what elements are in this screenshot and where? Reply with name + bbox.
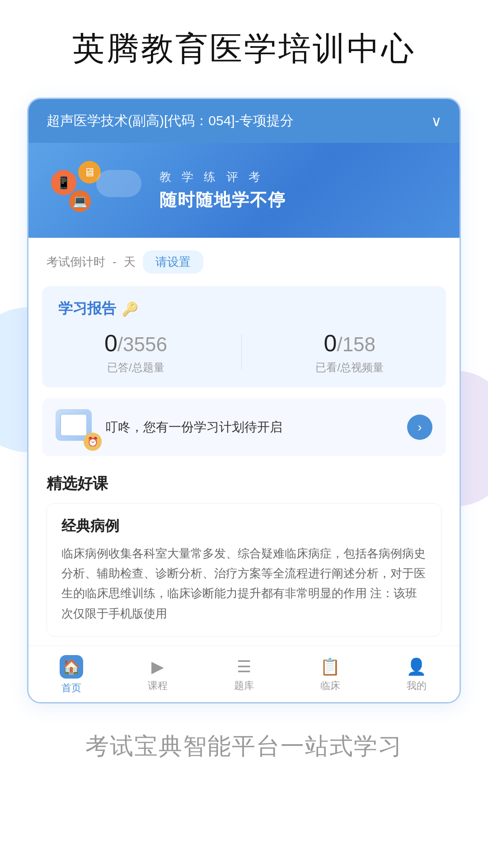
key-icon: 🔑	[122, 301, 138, 317]
courses-section-title: 精选好课	[47, 473, 441, 494]
promo-banner: 📱 🖥 💻 教 学 练 评 考 随时随地学不停	[28, 143, 460, 238]
app-frame: 超声医学技术(副高)[代码：054]-专项提分 ∨ 📱 🖥 💻 教 学 练 评 …	[27, 98, 461, 703]
banner-icon-laptop: 💻	[69, 190, 91, 212]
videos-stat-number: 0/158	[324, 330, 375, 357]
questions-stat-label: 已答/总题量	[107, 360, 164, 375]
countdown-unit: 天	[124, 254, 136, 270]
home-icon: 🏠	[60, 655, 83, 679]
main-title: 英腾教育医学培训中心	[72, 27, 416, 71]
my-icon: 👤	[406, 657, 427, 676]
questions-stat-number: 0/3556	[104, 330, 167, 357]
question-bank-icon: ☰	[237, 657, 251, 676]
study-report-title: 学习报告 🔑	[58, 299, 430, 319]
nav-item-clinical[interactable]: 📋 临床	[303, 657, 357, 693]
nav-label-home: 首页	[61, 681, 81, 695]
nav-item-my[interactable]: 👤 我的	[389, 657, 444, 693]
clinical-icon: 📋	[320, 657, 340, 676]
plan-arrow-button[interactable]: ›	[407, 415, 432, 440]
study-report-card: 学习报告 🔑 0/3556 已答/总题量 0/158	[42, 286, 446, 387]
nav-label-courses: 课程	[148, 679, 168, 693]
countdown-dash: -	[113, 255, 117, 269]
banner-title: 随时随地学不停	[160, 189, 437, 212]
plan-notification-card[interactable]: ⏰ 叮咚，您有一份学习计划待开启 ›	[42, 398, 446, 456]
banner-icon-tablet: 📱	[51, 170, 76, 195]
questions-stat: 0/3556 已答/总题量	[104, 330, 167, 375]
course-card-description: 临床病例收集各科室大量常多发、综合疑难临床病症，包括各病例病史分析、辅助检查、诊…	[61, 543, 427, 623]
courses-icon: ▶	[151, 657, 164, 676]
nav-item-courses[interactable]: ▶ 课程	[131, 657, 185, 693]
nav-label-clinical: 临床	[320, 679, 340, 693]
videos-stat: 0/158 已看/总视频量	[315, 330, 384, 375]
banner-text-area: 教 学 练 评 考 随时随地学不停	[150, 169, 437, 212]
set-countdown-button[interactable]: 请设置	[143, 250, 203, 274]
bottom-navigation: 🏠 首页 ▶ 课程 ☰ 题库 📋 临床 👤 我的	[28, 646, 460, 702]
plan-notification-text: 叮咚，您有一份学习计划待开启	[105, 419, 398, 436]
course-card-title: 经典病例	[61, 516, 427, 536]
plan-clock-icon: ⏰	[84, 433, 102, 451]
nav-item-question-bank[interactable]: ☰ 题库	[217, 657, 271, 693]
plan-icon: ⏰	[56, 409, 96, 445]
bottom-tagline: 考试宝典智能平台一站式学习	[85, 731, 403, 762]
banner-icons: 📱 🖥 💻	[51, 161, 150, 220]
plan-calendar-inner	[60, 414, 87, 436]
stat-divider	[241, 334, 242, 370]
content-area: 考试倒计时 - 天 请设置 学习报告 🔑 0/3556 已答/总题量	[28, 238, 460, 702]
courses-section: 精选好课 经典病例 临床病例收集各科室大量常多发、综合疑难临床病症，包括各病例病…	[28, 469, 460, 646]
stats-row: 0/3556 已答/总题量 0/158 已看/总视频量	[58, 330, 430, 375]
videos-stat-label: 已看/总视频量	[315, 360, 384, 375]
banner-cloud-shape	[96, 170, 141, 197]
course-card[interactable]: 经典病例 临床病例收集各科室大量常多发、综合疑难临床病症，包括各病例病史分析、辅…	[47, 503, 441, 637]
nav-label-question-bank: 题库	[234, 679, 254, 693]
course-header-bar[interactable]: 超声医学技术(副高)[代码：054]-专项提分 ∨	[28, 99, 460, 143]
nav-item-home[interactable]: 🏠 首页	[44, 655, 99, 695]
countdown-label: 考试倒计时	[47, 254, 105, 270]
course-title: 超声医学技术(副高)[代码：054]-专项提分	[47, 112, 424, 130]
dropdown-icon[interactable]: ∨	[431, 113, 441, 130]
nav-label-my: 我的	[407, 679, 427, 693]
countdown-row: 考试倒计时 - 天 请设置	[28, 238, 460, 286]
banner-subtitle: 教 学 练 评 考	[160, 169, 437, 185]
